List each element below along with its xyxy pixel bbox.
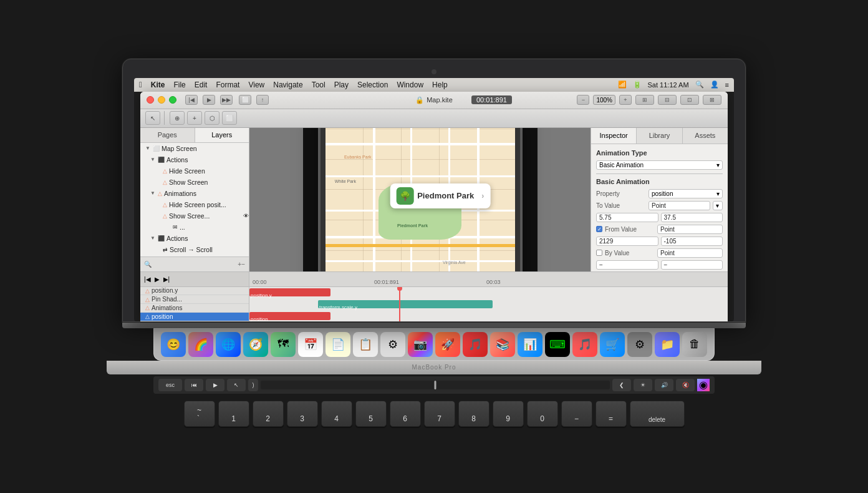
- dock-finder[interactable]: 😊: [161, 332, 186, 357]
- cursor-tool[interactable]: ↖: [145, 111, 160, 125]
- brightness-key[interactable]: ☀: [634, 379, 652, 391]
- layer-map-screen[interactable]: ▼ ⬜ Map Screen: [140, 143, 249, 154]
- cursor-key[interactable]: ↖: [227, 379, 246, 391]
- layer-actions-2[interactable]: ▼ ⬛ Actions: [140, 233, 249, 244]
- key-4[interactable]: 4: [321, 401, 352, 427]
- dock-maps[interactable]: 🗺: [271, 332, 296, 357]
- assets-tab[interactable]: Assets: [683, 128, 728, 144]
- key-5[interactable]: 5: [355, 401, 387, 427]
- menu-edit[interactable]: Edit: [195, 81, 208, 89]
- position-bar[interactable]: position: [249, 312, 330, 320]
- bracket-key[interactable]: ): [248, 379, 258, 391]
- layers-tab[interactable]: Layers: [195, 128, 249, 142]
- mask-tool[interactable]: ⬡: [205, 111, 219, 125]
- track-label-1[interactable]: △ Pin Shad...: [140, 295, 249, 304]
- prev-key[interactable]: ⏮: [185, 379, 203, 391]
- dock-settings[interactable]: ⚙: [380, 332, 405, 357]
- play-key[interactable]: ▶: [206, 379, 224, 391]
- timeline-prev-btn[interactable]: |◀: [144, 276, 151, 283]
- menu-kite[interactable]: Kite: [151, 81, 165, 89]
- by-value-y[interactable]: −: [661, 260, 723, 270]
- export-button[interactable]: ↑: [256, 95, 269, 105]
- esc-key[interactable]: esc: [158, 379, 182, 391]
- menu-format[interactable]: Format: [216, 81, 239, 89]
- dock-trash[interactable]: 🗑: [682, 332, 707, 357]
- by-value-x[interactable]: −: [596, 260, 658, 270]
- rewind-button[interactable]: |◀: [185, 95, 198, 105]
- maximize-button[interactable]: [169, 96, 176, 104]
- property-select[interactable]: position ▾: [649, 189, 723, 198]
- track-label-0[interactable]: △ position.y: [140, 287, 249, 296]
- dock-kite[interactable]: 🌐: [216, 332, 241, 357]
- prev-track-key[interactable]: ❮: [612, 379, 631, 391]
- layout-button-4[interactable]: ⊠: [703, 95, 721, 105]
- dock-calendar[interactable]: 📅: [298, 332, 323, 357]
- zoom-in-button[interactable]: +: [619, 95, 632, 105]
- key-2[interactable]: 2: [253, 401, 284, 427]
- dock-itunes[interactable]: 🎵: [572, 332, 597, 357]
- dock-charts[interactable]: 📊: [518, 332, 542, 357]
- key-9[interactable]: 9: [493, 401, 524, 427]
- dock-launchpad[interactable]: 🚀: [435, 332, 460, 357]
- timeline-track-area[interactable]: position.y transform.scale.y position op…: [249, 287, 728, 321]
- position-y-bar[interactable]: position.y: [249, 288, 330, 296]
- remove-layer-icon[interactable]: −: [241, 261, 245, 268]
- timeline-ruler[interactable]: 00:00 00:01:891 00:03: [249, 272, 728, 286]
- dock-terminal[interactable]: ⌨: [545, 332, 570, 357]
- screen-view-button[interactable]: ⬜: [239, 95, 251, 105]
- layer-show-screen[interactable]: △ Show Screen: [140, 177, 249, 188]
- search-icon[interactable]: 🔍: [695, 81, 704, 89]
- menu-file[interactable]: File: [173, 81, 185, 89]
- dock-music[interactable]: 🎵: [463, 332, 488, 357]
- key-delete[interactable]: delete: [630, 401, 685, 427]
- library-tab[interactable]: Library: [637, 128, 682, 144]
- timeline-play-btn[interactable]: ▶: [155, 276, 160, 283]
- key-minus[interactable]: −: [561, 401, 592, 427]
- close-button[interactable]: [147, 96, 154, 104]
- by-value-checkbox[interactable]: [596, 250, 602, 256]
- menu-view[interactable]: View: [248, 81, 264, 89]
- menu-selection[interactable]: Selection: [357, 81, 388, 89]
- dock-notes[interactable]: 📄: [326, 332, 350, 357]
- layer-misc[interactable]: ✉ ...: [140, 222, 249, 233]
- add-tool[interactable]: +: [187, 111, 202, 125]
- menu-help[interactable]: Help: [432, 81, 448, 89]
- pages-tab[interactable]: Pages: [140, 128, 195, 142]
- menu-window[interactable]: Window: [397, 81, 423, 89]
- dock-reminders[interactable]: 📋: [353, 332, 378, 357]
- volume-up-key[interactable]: 🔊: [655, 379, 673, 391]
- key-1[interactable]: 1: [218, 401, 249, 427]
- key-tilde[interactable]: ~`: [184, 401, 215, 427]
- layer-scroll[interactable]: ⇄ Scroll → Scroll: [140, 244, 249, 255]
- from-value-checkbox[interactable]: ✓: [596, 226, 602, 232]
- timeline-next-btn[interactable]: ▶|: [163, 276, 170, 283]
- from-value-y[interactable]: -105: [661, 237, 723, 246]
- to-value-x[interactable]: 5.75: [596, 213, 658, 222]
- key-equals[interactable]: =: [596, 401, 627, 427]
- menu-tool[interactable]: Tool: [312, 81, 326, 89]
- siri-button[interactable]: ◉: [697, 379, 710, 391]
- dock-appstore[interactable]: 🛒: [600, 332, 625, 357]
- animation-type-select[interactable]: Basic Animation ▾: [596, 160, 723, 170]
- key-0[interactable]: 0: [527, 401, 558, 427]
- layer-actions-1[interactable]: ▼ ⬛ Actions: [140, 154, 249, 165]
- key-6[interactable]: 6: [390, 401, 421, 427]
- skip-button[interactable]: ▶▶: [220, 95, 233, 105]
- menu-play[interactable]: Play: [334, 81, 349, 89]
- layer-animations-1[interactable]: ▼ △ Animations: [140, 188, 249, 199]
- inspector-tab[interactable]: Inspector: [591, 128, 637, 144]
- layer-hide-screen[interactable]: △ Hide Screen: [140, 165, 249, 177]
- minimize-button[interactable]: [158, 96, 165, 104]
- dock-photos[interactable]: 📷: [408, 332, 433, 357]
- key-7[interactable]: 7: [424, 401, 455, 427]
- play-button[interactable]: ▶: [203, 95, 215, 105]
- layout-button-1[interactable]: ⊞: [635, 95, 654, 105]
- canvas-area[interactable]: Piedmont Park McClatchey Park Eubanks Pa…: [249, 128, 591, 271]
- from-value-x[interactable]: 2129: [596, 237, 658, 246]
- layout-button-2[interactable]: ⊟: [658, 95, 677, 105]
- menu-icon[interactable]: ≡: [725, 81, 729, 89]
- dock-books[interactable]: 📚: [490, 332, 515, 357]
- key-8[interactable]: 8: [458, 401, 489, 427]
- transform-scale-bar[interactable]: transform.scale.y: [318, 300, 493, 308]
- zoom-out-button[interactable]: −: [577, 95, 589, 105]
